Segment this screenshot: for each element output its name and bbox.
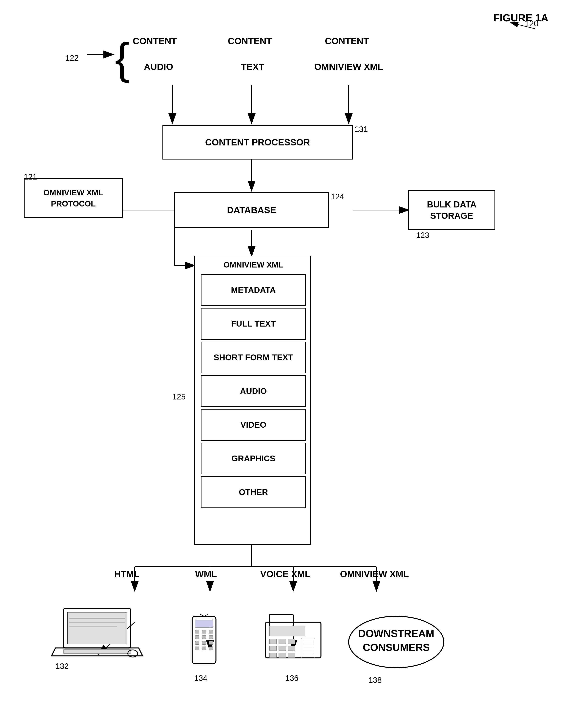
content-processor-box: CONTENT PROCESSOR bbox=[163, 125, 353, 160]
ref-131: 131 bbox=[355, 125, 368, 134]
ref-124: 124 bbox=[331, 192, 344, 201]
text-label: TEXT bbox=[233, 61, 272, 72]
svg-rect-41 bbox=[202, 636, 206, 639]
content-label-2: CONTENT bbox=[228, 36, 271, 46]
svg-rect-61 bbox=[269, 653, 277, 658]
svg-rect-46 bbox=[195, 647, 199, 650]
phone-icon bbox=[257, 610, 329, 670]
omniview-protocol-box: OMNIVIEW XML PROTOCOL bbox=[24, 178, 123, 218]
ref-132: 132 bbox=[56, 662, 69, 671]
audio-block-box: AUDIO bbox=[201, 375, 306, 407]
svg-text:CONSUMERS: CONSUMERS bbox=[363, 642, 430, 653]
omniview-xml-title: OMNIVIEW XML bbox=[195, 261, 312, 269]
svg-rect-48 bbox=[209, 647, 213, 650]
svg-text:DOWNSTREAM: DOWNSTREAM bbox=[358, 628, 434, 639]
ref-121: 121 bbox=[24, 172, 37, 181]
graphics-box: GRAPHICS bbox=[201, 443, 306, 474]
ref-120: 120 bbox=[525, 19, 539, 28]
svg-rect-57 bbox=[288, 639, 295, 644]
svg-rect-47 bbox=[202, 647, 206, 650]
ref-125: 125 bbox=[172, 392, 186, 401]
bulk-data-storage-box: BULK DATA STORAGE bbox=[408, 190, 495, 230]
svg-rect-34 bbox=[63, 649, 131, 653]
mobile-icon bbox=[182, 614, 226, 670]
audio-label: AUDIO bbox=[139, 61, 178, 72]
svg-rect-42 bbox=[209, 636, 213, 639]
svg-rect-45 bbox=[209, 641, 213, 644]
svg-rect-62 bbox=[279, 653, 286, 658]
ref-136: 136 bbox=[285, 674, 298, 683]
svg-rect-39 bbox=[209, 630, 213, 633]
ref-138: 138 bbox=[369, 676, 382, 685]
svg-rect-38 bbox=[202, 630, 206, 633]
svg-rect-59 bbox=[279, 646, 286, 651]
svg-rect-55 bbox=[269, 639, 277, 644]
svg-rect-40 bbox=[195, 636, 199, 639]
ref-122: 122 bbox=[65, 54, 79, 62]
other-box: OTHER bbox=[201, 476, 306, 508]
figure-title: FIGURE 1A bbox=[493, 12, 548, 24]
downstream-consumers-shape: DOWNSTREAM CONSUMERS bbox=[347, 614, 446, 670]
content-label-3: CONTENT bbox=[325, 36, 369, 46]
svg-rect-44 bbox=[202, 641, 206, 644]
omniview-xml-bottom-label: OMNIVIEW XML bbox=[333, 569, 416, 579]
database-box: DATABASE bbox=[174, 192, 329, 228]
brace-122: { bbox=[115, 37, 129, 80]
laptop-icon bbox=[47, 604, 147, 660]
svg-rect-54 bbox=[269, 626, 305, 636]
omniview-xml-container: OMNIVIEW XML METADATA FULL TEXT SHORT FO… bbox=[194, 256, 311, 545]
short-form-text-box: SHORT FORM TEXT bbox=[201, 341, 306, 373]
svg-rect-56 bbox=[279, 639, 286, 644]
svg-rect-49 bbox=[195, 620, 213, 627]
svg-rect-29 bbox=[67, 612, 127, 644]
svg-rect-53 bbox=[269, 614, 293, 626]
omniview-xml-top: OMNIVIEW XML bbox=[313, 61, 384, 72]
video-box: VIDEO bbox=[201, 409, 306, 441]
wml-label: WML bbox=[186, 569, 226, 579]
ref-134: 134 bbox=[194, 674, 207, 683]
metadata-box: METADATA bbox=[201, 274, 306, 306]
svg-rect-37 bbox=[195, 630, 199, 633]
diagram: FIGURE 1A 120 CONTENT CONTENT CONTENT AU… bbox=[0, 0, 588, 727]
content-label-1: CONTENT bbox=[133, 36, 176, 46]
svg-rect-63 bbox=[288, 653, 295, 658]
svg-rect-43 bbox=[195, 641, 199, 644]
svg-rect-58 bbox=[269, 646, 277, 651]
ref-123: 123 bbox=[416, 231, 429, 240]
svg-rect-60 bbox=[288, 646, 295, 651]
voice-xml-label: VOICE XML bbox=[257, 569, 313, 579]
html-label: HTML bbox=[107, 569, 147, 579]
full-text-box: FULL TEXT bbox=[201, 308, 306, 340]
